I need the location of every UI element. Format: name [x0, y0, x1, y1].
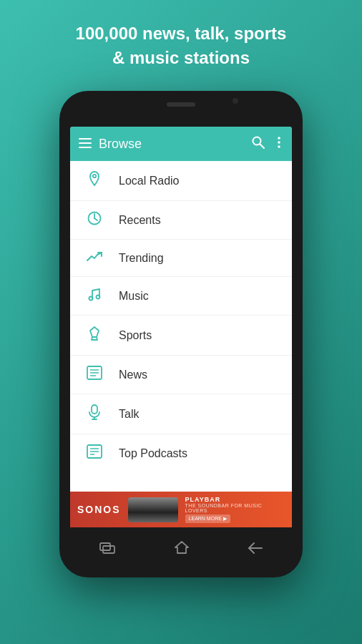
phone-bottom-nav — [70, 531, 292, 567]
ad-subtitle: THE SOUNDBAR FOR MUSIC LOVERS — [185, 503, 285, 513]
phone-device: Browse — [59, 91, 303, 577]
menu-item-trending[interactable]: Trending — [70, 240, 292, 277]
svg-line-4 — [260, 144, 265, 148]
svg-rect-25 — [100, 543, 110, 550]
app-bar-title: Browse — [99, 137, 242, 152]
back-button[interactable] — [248, 541, 263, 557]
home-button[interactable] — [175, 540, 189, 558]
svg-line-11 — [94, 218, 97, 220]
more-options-icon[interactable] — [275, 134, 283, 155]
menu-item-local-radio[interactable]: Local Radio — [70, 161, 292, 201]
search-icon[interactable] — [249, 133, 268, 155]
recents-label: Recents — [119, 214, 161, 227]
svg-rect-26 — [103, 546, 114, 553]
ad-title: PLAYBAR — [185, 496, 285, 503]
svg-rect-1 — [79, 142, 92, 144]
trending-icon — [84, 250, 104, 266]
menu-item-sports[interactable]: Sports — [70, 316, 292, 356]
headline: 100,000 news, talk, sports & music stati… — [47, 0, 315, 84]
sports-label: Sports — [119, 329, 152, 342]
menu-item-news[interactable]: News — [70, 356, 292, 394]
svg-marker-27 — [175, 542, 188, 553]
sports-icon — [84, 326, 104, 345]
mic-icon — [84, 404, 104, 424]
svg-rect-2 — [79, 147, 92, 148]
menu-icon[interactable] — [79, 137, 92, 152]
trending-label: Trending — [119, 252, 164, 265]
phone-screen: Browse — [70, 127, 292, 527]
svg-point-7 — [278, 145, 280, 148]
news-label: News — [119, 369, 147, 381]
clock-icon — [84, 211, 104, 229]
ad-cta[interactable]: LEARN MORE ▶ — [185, 514, 230, 523]
svg-point-5 — [278, 137, 280, 140]
svg-point-12 — [89, 297, 93, 301]
phone-body: Browse — [59, 91, 303, 577]
ad-text-area: PLAYBAR THE SOUNDBAR FOR MUSIC LOVERS LE… — [185, 496, 285, 523]
svg-point-8 — [93, 175, 96, 177]
menu-list: Local Radio Recents — [70, 161, 292, 472]
svg-rect-18 — [92, 405, 97, 414]
ad-brand: SONOS — [77, 504, 121, 515]
menu-item-talk[interactable]: Talk — [70, 394, 292, 434]
phone-speaker — [167, 102, 195, 107]
ad-product-image — [128, 497, 178, 522]
menu-item-recents[interactable]: Recents — [70, 201, 292, 240]
menu-item-top-podcasts[interactable]: Top Podcasts — [70, 434, 292, 472]
recent-apps-button[interactable] — [99, 541, 115, 557]
svg-rect-0 — [79, 138, 92, 140]
music-label: Music — [119, 290, 149, 303]
local-radio-label: Local Radio — [119, 175, 180, 187]
app-bar: Browse — [70, 127, 292, 161]
news-icon — [84, 366, 104, 384]
svg-point-13 — [97, 296, 100, 299]
top-podcasts-label: Top Podcasts — [119, 447, 187, 460]
phone-camera — [233, 98, 238, 104]
podcast-icon — [84, 444, 104, 462]
ad-banner[interactable]: SONOS PLAYBAR THE SOUNDBAR FOR MUSIC LOV… — [70, 492, 292, 527]
talk-label: Talk — [119, 408, 139, 421]
svg-point-6 — [278, 141, 280, 144]
music-icon — [84, 287, 104, 305]
menu-item-music[interactable]: Music — [70, 277, 292, 316]
location-icon — [84, 171, 104, 190]
